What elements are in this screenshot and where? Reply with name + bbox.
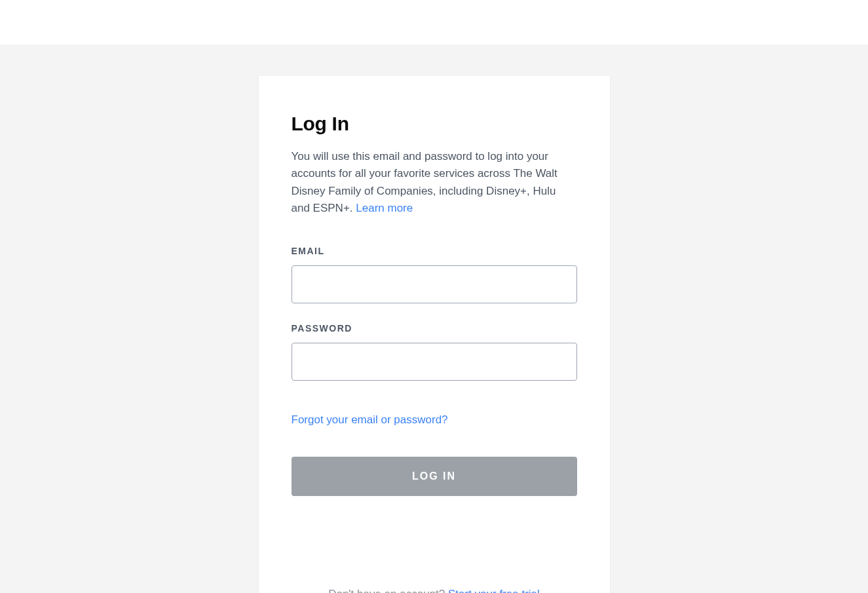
password-input[interactable] <box>292 343 577 381</box>
email-field-group: EMAIL <box>292 246 577 303</box>
login-description-text: You will use this email and password to … <box>292 150 557 214</box>
signup-row: Don't have an account? Start your free t… <box>292 588 577 593</box>
forgot-password-link[interactable]: Forgot your email or password? <box>292 413 448 427</box>
email-label: EMAIL <box>292 246 577 256</box>
signup-prompt: Don't have an account? <box>328 588 448 593</box>
login-button[interactable]: LOG IN <box>292 457 577 496</box>
learn-more-link[interactable]: Learn more <box>356 202 413 214</box>
login-card: Log In You will use this email and passw… <box>259 76 610 593</box>
page-background: Log In You will use this email and passw… <box>0 45 868 593</box>
password-label: PASSWORD <box>292 323 577 334</box>
password-field-group: PASSWORD <box>292 323 577 381</box>
top-bar <box>0 0 868 45</box>
email-input[interactable] <box>292 265 577 303</box>
signup-link[interactable]: Start your free trial <box>448 588 540 593</box>
login-description: You will use this email and password to … <box>292 148 577 217</box>
login-title: Log In <box>292 113 577 135</box>
